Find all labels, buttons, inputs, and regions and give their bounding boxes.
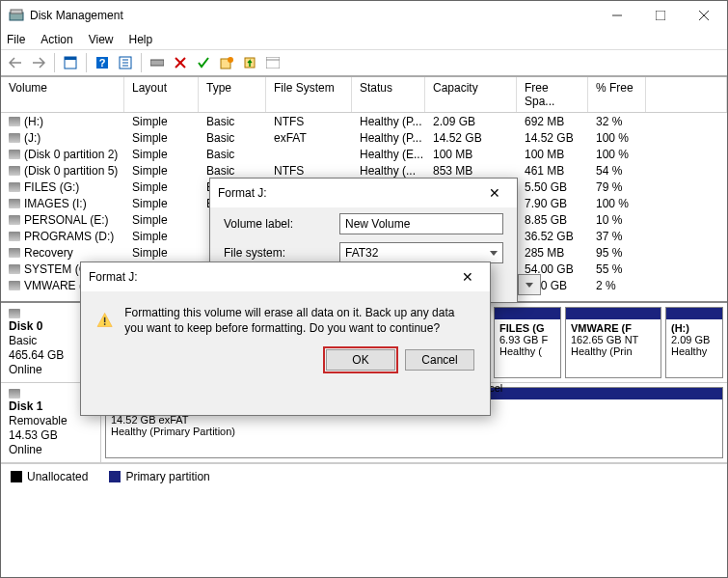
chevron-down-icon [490, 251, 498, 256]
col-type[interactable]: Type [199, 77, 266, 112]
check-icon[interactable] [193, 52, 214, 73]
confirm-dialog-title: Format J: [89, 270, 138, 284]
volume-label-label: Volume label: [224, 217, 339, 231]
volume-label-input[interactable] [339, 213, 503, 234]
confirm-dialog-close-icon[interactable]: ✕ [453, 269, 482, 285]
col-filesystem[interactable]: File System [266, 77, 352, 112]
disk-icon [9, 309, 20, 318]
menu-file[interactable]: File [7, 33, 25, 46]
col-volume[interactable]: Volume [1, 77, 124, 112]
format-dialog-title: Format J: [218, 186, 267, 200]
format-dialog-close-icon[interactable]: ✕ [480, 185, 509, 201]
table-row[interactable]: (Disk 0 partition 5)SimpleBasicNTFSHealt… [1, 162, 727, 179]
col-capacity[interactable]: Capacity [425, 77, 517, 112]
new-volume-icon[interactable] [216, 52, 237, 73]
svg-rect-23 [104, 323, 106, 325]
warning-icon [96, 305, 113, 336]
svg-point-18 [228, 57, 233, 63]
col-layout[interactable]: Layout [124, 77, 199, 112]
cancel-button[interactable]: Cancel [405, 349, 474, 371]
disk-1-size: 14.53 GB [9, 428, 93, 442]
col-status[interactable]: Status [352, 77, 425, 112]
grid-header: Volume Layout Type File System Status Ca… [1, 77, 727, 113]
menu-action[interactable]: Action [40, 33, 72, 46]
dropdown-chevron[interactable] [518, 274, 541, 295]
maximize-button[interactable] [638, 2, 682, 29]
forward-button[interactable] [28, 52, 49, 73]
svg-rect-22 [104, 317, 106, 322]
partition-vmware[interactable]: VMWARE (F 162.65 GB NT Healthy (Prin [565, 307, 661, 378]
file-system-label: File system: [224, 246, 339, 260]
properties-icon[interactable] [239, 52, 260, 73]
table-row[interactable]: (J:)SimpleBasicexFATHealthy (P...14.52 G… [1, 129, 727, 146]
menu-help[interactable]: Help [129, 33, 153, 46]
menu-view[interactable]: View [89, 33, 114, 46]
delete-icon[interactable] [170, 52, 191, 73]
partition-h[interactable]: (H:) 2.09 GB Healthy [665, 307, 723, 378]
window-title: Disk Management [30, 9, 595, 22]
legend-primary-label: Primary partition [125, 470, 209, 483]
legend: Unallocated Primary partition [1, 463, 727, 488]
disk-1-status: Online [9, 443, 93, 456]
app-icon [9, 8, 24, 23]
table-row[interactable]: (H:)SimpleBasicNTFSHealthy (P...2.09 GB6… [1, 113, 727, 129]
toolbar: ? [1, 49, 727, 76]
close-button[interactable] [682, 2, 725, 29]
disk-icon[interactable] [147, 52, 168, 73]
partition-files[interactable]: FILES (G 6.93 GB F Healthy ( [494, 307, 561, 378]
ok-button[interactable]: OK [326, 349, 395, 371]
table-row[interactable]: (Disk 0 partition 2)SimpleBasicHealthy (… [1, 146, 727, 162]
back-button[interactable] [5, 52, 26, 73]
file-system-select[interactable]: FAT32 [339, 242, 503, 263]
confirm-dialog: Format J: ✕ Formatting this volume will … [80, 261, 491, 416]
svg-rect-1 [11, 10, 22, 14]
disk-1-type: Removable [9, 414, 93, 427]
svg-rect-3 [656, 11, 665, 20]
menubar: File Action View Help [1, 30, 727, 49]
svg-rect-20 [266, 57, 280, 69]
minimize-button[interactable] [595, 2, 638, 29]
help-icon[interactable]: ? [92, 52, 113, 73]
col-free[interactable]: Free Spa... [517, 77, 588, 112]
svg-rect-14 [150, 60, 164, 66]
col-pctfree[interactable]: % Free [588, 77, 646, 112]
refresh-icon[interactable] [115, 52, 136, 73]
view-select-icon[interactable] [60, 52, 81, 73]
list-icon[interactable] [262, 52, 283, 73]
legend-unallocated-label: Unallocated [27, 470, 88, 483]
svg-text:?: ? [99, 57, 106, 69]
legend-unallocated-swatch [11, 471, 22, 482]
confirm-message: Formatting this volume will erase all da… [124, 305, 474, 336]
disk-icon [9, 389, 20, 399]
legend-primary-swatch [109, 471, 121, 482]
svg-rect-7 [65, 57, 76, 60]
titlebar: Disk Management [1, 1, 727, 30]
